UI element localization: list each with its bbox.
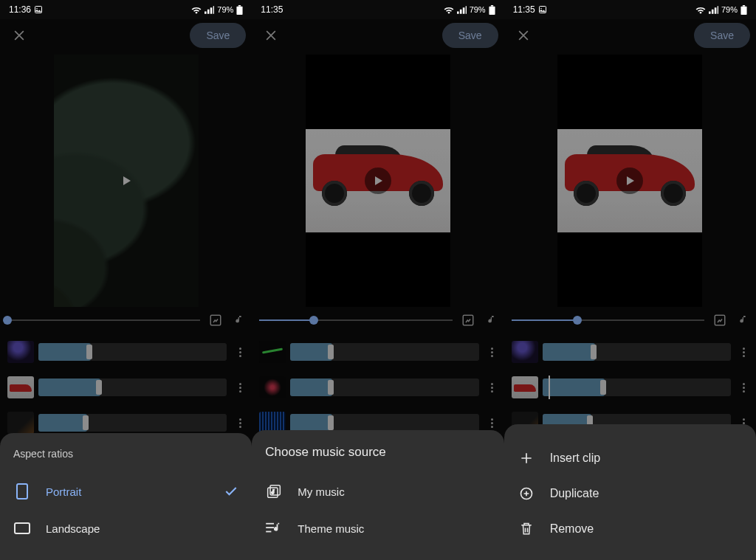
plus-icon bbox=[519, 451, 534, 466]
panel-aspect: 11:36 79% Save bbox=[0, 0, 252, 560]
option-landscape[interactable]: Landscape bbox=[13, 510, 238, 547]
action-insert-clip[interactable]: Insert clip bbox=[518, 440, 743, 476]
battery-text: 79% bbox=[721, 5, 738, 14]
svg-rect-6 bbox=[15, 523, 30, 533]
status-bar: 11:35 79% bbox=[252, 0, 504, 19]
action-remove[interactable]: Remove bbox=[518, 511, 743, 547]
landscape-icon bbox=[14, 522, 30, 534]
svg-point-1 bbox=[36, 8, 38, 10]
status-bar: 11:36 79% bbox=[0, 0, 252, 19]
option-theme-music[interactable]: Theme music bbox=[265, 510, 490, 547]
clip-action-sheet: Insert clip Duplicate Remove bbox=[504, 424, 756, 560]
battery-text: 79% bbox=[217, 5, 233, 14]
clock: 11:35 bbox=[513, 4, 535, 15]
music-source-sheet: Choose music source My music Theme music bbox=[252, 430, 504, 560]
svg-rect-18 bbox=[743, 5, 745, 7]
battery-icon bbox=[740, 5, 747, 15]
sheet-title: Choose music source bbox=[265, 445, 490, 460]
svg-rect-8 bbox=[491, 5, 493, 7]
svg-point-16 bbox=[540, 8, 542, 10]
sheet-title: Aspect ratios bbox=[13, 448, 238, 460]
aspect-ratio-sheet: Aspect ratios Portrait Landscape bbox=[0, 433, 252, 560]
panel-music: 11:35 79% Save bbox=[252, 0, 504, 560]
action-label: Remove bbox=[550, 522, 594, 536]
svg-rect-17 bbox=[740, 6, 746, 14]
action-label: Insert clip bbox=[550, 452, 600, 465]
wifi-icon bbox=[444, 6, 454, 14]
svg-rect-3 bbox=[238, 5, 241, 7]
option-label: Theme music bbox=[298, 522, 364, 535]
option-portrait[interactable]: Portrait bbox=[13, 473, 238, 510]
queue-music-icon bbox=[266, 522, 282, 535]
svg-rect-14 bbox=[267, 531, 272, 533]
panel-clip-actions: 11:35 79% Save bbox=[504, 0, 756, 560]
check-icon bbox=[224, 484, 238, 499]
wifi-icon bbox=[695, 6, 706, 14]
clock: 11:36 bbox=[9, 4, 31, 15]
svg-rect-5 bbox=[17, 484, 27, 499]
status-bar: 11:35 79% bbox=[504, 0, 756, 19]
svg-rect-13 bbox=[267, 527, 275, 528]
signal-icon bbox=[205, 6, 214, 14]
portrait-icon bbox=[16, 483, 28, 499]
wifi-icon bbox=[191, 6, 202, 14]
svg-rect-12 bbox=[267, 523, 275, 525]
svg-rect-2 bbox=[237, 6, 243, 14]
image-icon bbox=[538, 5, 547, 14]
action-duplicate[interactable]: Duplicate bbox=[518, 476, 743, 511]
action-label: Duplicate bbox=[550, 487, 599, 500]
option-my-music[interactable]: My music bbox=[265, 473, 490, 510]
battery-text: 79% bbox=[470, 5, 486, 14]
svg-rect-7 bbox=[489, 6, 495, 14]
option-label: My music bbox=[298, 485, 344, 498]
battery-icon bbox=[236, 5, 243, 15]
image-icon bbox=[34, 5, 43, 14]
signal-icon bbox=[457, 6, 467, 14]
option-label: Portrait bbox=[46, 485, 81, 498]
clock: 11:35 bbox=[261, 4, 283, 15]
duplicate-icon bbox=[519, 486, 534, 501]
battery-icon bbox=[489, 5, 495, 15]
option-label: Landscape bbox=[46, 522, 100, 535]
signal-icon bbox=[709, 6, 718, 14]
trash-icon bbox=[520, 522, 533, 536]
library-music-icon bbox=[267, 484, 281, 499]
